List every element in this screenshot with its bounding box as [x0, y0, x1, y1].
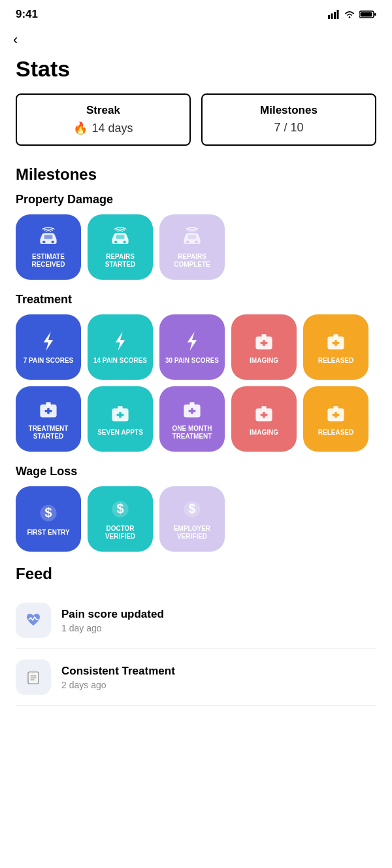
badge-employer-verified[interactable]: $ EMPLOYER VERIFIED	[159, 486, 225, 552]
svg-rect-11	[114, 241, 118, 243]
badge-one-month-label: ONE MONTH TREATMENT	[159, 425, 225, 441]
main-content: Stats Streak 🔥 14 days Milestones 7 / 10…	[0, 51, 392, 732]
svg-text:$: $	[188, 501, 195, 516]
badge-7-pain[interactable]: 7 PAIN SCORES	[16, 314, 81, 380]
badge-treatment-started-label: TREATMENT STARTED	[16, 425, 81, 441]
badge-estimate-received[interactable]: ESTIMATE RECEIVED	[16, 214, 81, 280]
svg-rect-0	[328, 15, 330, 19]
medkit-blue-icon	[37, 397, 60, 421]
bolt-teal-icon	[108, 329, 132, 353]
badge-30-pain[interactable]: 30 PAIN SCORES	[159, 314, 225, 380]
medkit-orange2-icon	[324, 401, 348, 425]
milestones-value: 7 / 10	[213, 121, 365, 135]
feed-item-2-title: Consistent Treatment	[61, 665, 175, 678]
fire-icon: 🔥	[73, 121, 88, 135]
medkit-orange-icon	[324, 329, 348, 353]
car-teal-icon	[108, 225, 132, 249]
svg-rect-12	[123, 241, 127, 243]
feed-item-1-title: Pain score updated	[61, 608, 164, 621]
property-damage-badges: ESTIMATE RECEIVED REPAIRS STARTED	[16, 214, 376, 280]
svg-rect-23	[261, 342, 268, 344]
back-arrow-icon: ‹	[13, 31, 18, 48]
svg-rect-27	[333, 342, 340, 344]
badge-treatment-started[interactable]: TREATMENT STARTED	[16, 386, 81, 452]
badge-doctor-verified[interactable]: $ DOCTOR VERIFIED	[88, 486, 153, 552]
svg-rect-9	[52, 241, 55, 243]
badge-released-2[interactable]: RELEASED	[303, 386, 368, 452]
svg-rect-33	[118, 406, 122, 409]
badge-doctor-verified-label: DOCTOR VERIFIED	[88, 525, 153, 541]
bolt-blue-icon	[37, 329, 60, 353]
dollar-blue-icon: $	[37, 501, 60, 525]
badge-30-pain-label: 30 PAIN SCORES	[163, 357, 221, 365]
svg-rect-56	[31, 671, 35, 673]
svg-rect-43	[261, 414, 268, 416]
feed-icon-wrap-1	[16, 603, 51, 638]
badge-repairs-complete[interactable]: REPAIRS COMPLETE	[159, 214, 225, 280]
svg-marker-17	[44, 332, 53, 351]
svg-text:$: $	[44, 505, 52, 520]
feed-item-1-time: 1 day ago	[61, 623, 164, 633]
property-damage-group: Property Damage ESTIMATE RECEIVED	[16, 193, 376, 280]
wage-loss-title: Wage Loss	[16, 465, 376, 478]
svg-rect-6	[361, 12, 372, 17]
svg-marker-19	[188, 332, 197, 351]
medkit-purple-icon	[180, 397, 204, 421]
treatment-title: Treatment	[16, 293, 376, 307]
badge-seven-appts[interactable]: SEVEN APPTS	[88, 386, 153, 452]
svg-point-4	[349, 16, 351, 18]
badge-first-entry[interactable]: $ FIRST ENTRY	[16, 486, 81, 552]
badge-one-month[interactable]: ONE MONTH TREATMENT	[159, 386, 225, 452]
feed-text-1: Pain score updated 1 day ago	[61, 608, 164, 633]
signal-icon	[328, 10, 340, 19]
feed-item-consistent[interactable]: Consistent Treatment 2 days ago	[16, 649, 376, 706]
badge-7-pain-label: 7 PAIN SCORES	[21, 357, 76, 365]
status-time: 9:41	[16, 8, 38, 21]
svg-rect-1	[331, 14, 333, 20]
badge-repairs-started[interactable]: REPAIRS STARTED	[88, 214, 153, 280]
badge-imaging-2[interactable]: IMAGING	[231, 386, 297, 452]
badge-repairs-complete-label: REPAIRS COMPLETE	[159, 253, 225, 269]
feed-icon-wrap-2	[16, 659, 51, 695]
treatment-badges-row1: 7 PAIN SCORES 14 PAIN SCORES 30 PAIN SCO…	[16, 314, 376, 380]
badge-imaging-1-label: IMAGING	[247, 357, 281, 365]
battery-icon	[359, 10, 376, 19]
status-bar: 9:41	[0, 0, 392, 26]
badge-released-1[interactable]: RELEASED	[303, 314, 368, 380]
svg-rect-2	[334, 12, 336, 19]
dollar-inactive-icon: $	[180, 497, 204, 521]
svg-rect-16	[188, 235, 197, 239]
wifi-icon	[344, 10, 355, 19]
bolt-purple-icon	[180, 329, 204, 353]
svg-rect-14	[186, 241, 189, 243]
back-button[interactable]: ‹	[0, 26, 31, 51]
svg-rect-35	[117, 414, 124, 416]
feed-item-pain-score[interactable]: Pain score updated 1 day ago	[16, 592, 376, 649]
svg-marker-18	[116, 332, 125, 351]
property-damage-title: Property Damage	[16, 193, 376, 207]
badge-imaging-1[interactable]: IMAGING	[231, 314, 297, 380]
milestones-section: Milestones Property Damage ESTIMATE	[16, 165, 376, 552]
svg-rect-47	[333, 414, 340, 416]
svg-rect-15	[195, 241, 199, 243]
badge-14-pain[interactable]: 14 PAIN SCORES	[88, 314, 153, 380]
treatment-badges-row2: TREATMENT STARTED SEVEN APPTS	[16, 386, 376, 452]
badge-seven-appts-label: SEVEN APPTS	[95, 429, 146, 437]
svg-rect-10	[44, 235, 53, 239]
svg-rect-37	[189, 402, 194, 405]
badge-repairs-started-label: REPAIRS STARTED	[88, 253, 153, 269]
streak-label: Streak	[27, 104, 179, 117]
stats-row: Streak 🔥 14 days Milestones 7 / 10	[16, 93, 376, 146]
medkit-salmon2-icon	[252, 401, 276, 425]
svg-rect-29	[46, 402, 50, 405]
svg-text:$: $	[116, 501, 123, 516]
heart-pulse-icon	[24, 611, 42, 629]
svg-rect-39	[189, 410, 196, 412]
treatment-group: Treatment 7 PAIN SCORES 14 PAIN SCORES	[16, 293, 376, 452]
streak-card: Streak 🔥 14 days	[16, 93, 191, 146]
clipboard-icon	[24, 668, 42, 686]
dollar-teal-icon: $	[108, 497, 132, 521]
milestones-card: Milestones 7 / 10	[201, 93, 376, 146]
svg-rect-13	[116, 235, 125, 239]
badge-released-2-label: RELEASED	[316, 429, 356, 437]
